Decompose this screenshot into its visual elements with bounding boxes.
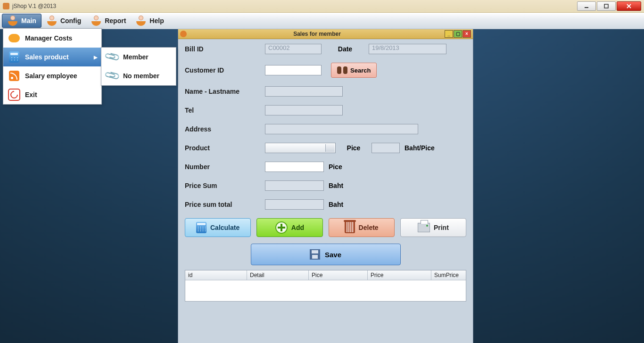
action-button-row: Calculate Add Delete Print <box>185 218 466 237</box>
floppy-icon <box>310 249 320 260</box>
svg-rect-1 <box>604 4 608 8</box>
delete-button[interactable]: Delete <box>329 218 395 237</box>
mdi-title-text: Sales for member <box>190 31 445 37</box>
menu-salary-employee[interactable]: Salary employee <box>3 66 101 85</box>
label-baht-per-pice: Baht/Pice <box>405 144 435 152</box>
label-product: Product <box>185 144 265 152</box>
calculate-button[interactable]: Calculate <box>185 218 251 237</box>
save-button[interactable]: Save <box>251 244 401 265</box>
chevron-right-icon: ▶ <box>94 55 98 60</box>
add-button-label: Add <box>291 224 304 231</box>
label-price-sum-total: Price sum total <box>185 201 265 208</box>
app-title: jShop V.1 @2013 <box>12 3 56 9</box>
col-sumprice[interactable]: SumPrice <box>431 270 466 280</box>
grid-header: id Detail Pice Price SumPrice <box>185 270 466 280</box>
menu-help-label: Help <box>149 17 164 24</box>
items-grid: id Detail Pice Price SumPrice <box>185 270 466 302</box>
menu-sales-product[interactable]: Sales product ▶ <box>3 48 101 66</box>
label-address: Address <box>185 125 265 133</box>
calculator-icon <box>196 222 206 233</box>
input-number[interactable] <box>265 162 324 172</box>
menu-help[interactable]: Help <box>131 13 168 29</box>
mdi-minimize-button[interactable]: _ <box>445 30 453 38</box>
menu-salary-employee-label: Salary employee <box>25 72 77 80</box>
app-icon <box>3 3 9 9</box>
submenu-member-label: Member <box>123 53 149 61</box>
mdi-close-button[interactable]: × <box>462 30 471 38</box>
field-pice-price <box>372 143 400 153</box>
label-baht-2: Baht <box>329 201 343 208</box>
label-price-sum: Price Sum <box>185 182 265 189</box>
label-number-unit: Pice <box>329 163 342 171</box>
label-bill-id: Bill ID <box>185 45 265 53</box>
col-detail[interactable]: Detail <box>247 270 309 280</box>
select-product[interactable] <box>265 143 336 153</box>
grid-body[interactable] <box>185 280 466 301</box>
field-price-sum-total <box>265 199 324 210</box>
minimize-button[interactable] <box>577 1 596 11</box>
paperclip-icon: 📎 <box>104 49 121 65</box>
col-pice[interactable]: Pice <box>309 270 368 280</box>
field-address <box>265 124 418 134</box>
label-date: Date <box>322 45 369 53</box>
search-button[interactable]: Search <box>331 63 377 78</box>
col-id[interactable]: id <box>185 270 247 280</box>
col-price[interactable]: Price <box>368 270 431 280</box>
person-icon <box>7 15 18 26</box>
person-icon <box>135 15 147 26</box>
menu-config[interactable]: Config <box>41 13 86 29</box>
menu-main[interactable]: Main <box>2 14 41 28</box>
input-customer-id[interactable] <box>265 65 322 75</box>
paperclip-icon: 📎 <box>104 67 121 84</box>
printer-icon <box>418 223 430 232</box>
save-button-label: Save <box>325 251 341 259</box>
label-number: Number <box>185 163 265 171</box>
binoculars-icon <box>337 66 347 74</box>
menu-exit[interactable]: Exit <box>3 85 101 104</box>
print-button-label: Print <box>434 224 449 231</box>
person-icon <box>91 15 102 26</box>
mdi-maximize-button[interactable]: ▢ <box>454 30 462 38</box>
field-tel <box>265 105 343 115</box>
menu-sales-product-label: Sales product <box>25 53 69 61</box>
delete-button-label: Delete <box>359 224 379 231</box>
menu-manager-costs[interactable]: Manager Costs <box>3 29 101 48</box>
field-date: 19/8/2013 <box>369 44 446 54</box>
sales-member-window: Sales for member _ ▢ × Bill ID C00002 Da… <box>178 28 473 343</box>
submenu-no-member[interactable]: 📎 No member <box>101 66 176 85</box>
field-bill-id: C00002 <box>265 44 322 54</box>
field-price-sum <box>265 180 324 191</box>
menu-report[interactable]: Report <box>86 13 131 29</box>
add-button[interactable]: Add <box>256 218 322 237</box>
title-bar: jShop V.1 @2013 <box>0 0 644 13</box>
plus-icon <box>275 221 288 234</box>
chat-bubble-icon <box>8 32 20 44</box>
mdi-body: Bill ID C00002 Date 19/8/2013 Customer I… <box>178 39 473 343</box>
label-name: Name - Lastname <box>185 88 265 95</box>
trash-icon <box>345 222 355 233</box>
field-name <box>265 86 343 97</box>
calculator-icon <box>8 51 20 63</box>
power-icon <box>8 89 20 101</box>
maximize-button[interactable] <box>597 1 616 11</box>
label-tel: Tel <box>185 106 265 114</box>
menu-manager-costs-label: Manager Costs <box>25 34 72 42</box>
window-icon <box>180 31 187 37</box>
mdi-title-bar[interactable]: Sales for member _ ▢ × <box>178 29 473 39</box>
menu-main-label: Main <box>21 17 36 24</box>
close-button[interactable] <box>617 1 641 11</box>
menu-config-label: Config <box>60 17 81 24</box>
app-window: jShop V.1 @2013 Main Config Report Help <box>0 0 644 343</box>
calculate-button-label: Calculate <box>210 224 239 231</box>
search-button-label: Search <box>350 67 371 74</box>
window-controls <box>577 1 641 11</box>
label-customer-id: Customer ID <box>185 66 265 74</box>
submenu-no-member-label: No member <box>123 72 159 80</box>
menu-report-label: Report <box>105 17 126 24</box>
dropdown-sales-product: 📎 Member 📎 No member <box>101 47 176 86</box>
dropdown-main: Manager Costs Sales product ▶ Salary emp… <box>3 28 102 105</box>
chevron-down-icon <box>328 147 331 151</box>
submenu-member[interactable]: 📎 Member <box>101 48 176 66</box>
print-button[interactable]: Print <box>400 218 466 237</box>
label-baht-1: Baht <box>329 182 343 189</box>
